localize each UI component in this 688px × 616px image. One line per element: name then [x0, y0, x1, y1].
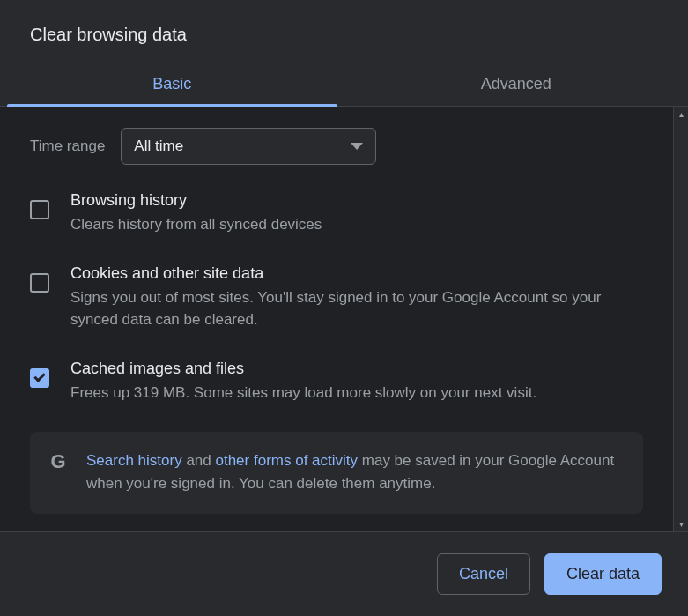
- chevron-down-icon: [351, 143, 363, 150]
- cancel-button[interactable]: Cancel: [437, 553, 530, 595]
- tab-basic[interactable]: Basic: [0, 63, 344, 106]
- scroll-track[interactable]: [674, 122, 688, 516]
- checkbox-browsing-history[interactable]: [30, 200, 49, 219]
- link-other-activity[interactable]: other forms of activity: [215, 452, 358, 469]
- time-range-value: All time: [134, 137, 183, 155]
- content-area: Time range All time Browsing history Cle…: [0, 107, 688, 531]
- scroll-content: Time range All time Browsing history Cle…: [0, 107, 673, 531]
- option-title: Cached images and files: [70, 360, 643, 378]
- clear-data-button[interactable]: Clear data: [544, 553, 662, 595]
- dialog-footer: Cancel Clear data: [0, 531, 688, 616]
- tab-advanced[interactable]: Advanced: [344, 63, 689, 106]
- option-browsing-history: Browsing history Clears history from all…: [30, 191, 643, 236]
- scrollbar[interactable]: ▴ ▾: [673, 107, 688, 531]
- google-account-info: G Search history and other forms of acti…: [30, 432, 643, 514]
- link-search-history[interactable]: Search history: [86, 452, 182, 469]
- option-title: Cookies and other site data: [70, 264, 643, 283]
- option-cache: Cached images and files Frees up 319 MB.…: [30, 360, 643, 404]
- checkbox-cookies[interactable]: [30, 273, 49, 293]
- option-desc: Clears history from all synced devices: [70, 213, 643, 236]
- checkmark-icon: [33, 370, 45, 382]
- clear-browsing-data-dialog: Clear browsing data Basic Advanced Time …: [0, 0, 688, 616]
- option-desc: Signs you out of most sites. You'll stay…: [70, 286, 643, 331]
- dialog-title: Clear browsing data: [0, 0, 688, 63]
- time-range-select[interactable]: All time: [121, 128, 376, 165]
- option-desc: Frees up 319 MB. Some sites may load mor…: [70, 382, 643, 404]
- info-text: Search history and other forms of activi…: [86, 449, 627, 496]
- tabs: Basic Advanced: [0, 63, 688, 107]
- time-range-row: Time range All time: [30, 128, 643, 165]
- time-range-label: Time range: [30, 137, 105, 155]
- option-cookies: Cookies and other site data Signs you ou…: [30, 264, 643, 331]
- scroll-down-icon[interactable]: ▾: [674, 516, 688, 531]
- checkbox-cache[interactable]: [30, 368, 49, 388]
- scroll-up-icon[interactable]: ▴: [674, 107, 688, 122]
- google-icon: G: [46, 449, 70, 474]
- option-title: Browsing history: [70, 191, 643, 210]
